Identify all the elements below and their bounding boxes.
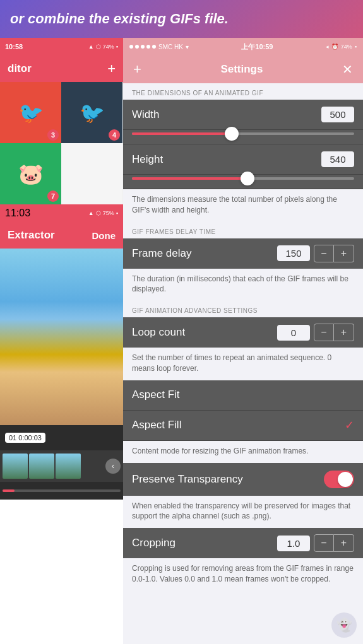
- battery-right: 74%: [341, 44, 352, 50]
- left-title: ditor: [8, 62, 32, 75]
- settings-content: THE DIMENSIONS OF AN ANIMATED GIF Width …: [123, 83, 363, 591]
- settings-header-plus[interactable]: +: [133, 61, 141, 78]
- loop-count-row: Loop count 0 − +: [123, 317, 363, 348]
- battery-icon-left: ▪: [116, 44, 118, 50]
- height-row: Height 540: [123, 144, 363, 175]
- preserve-transparency-toggle[interactable]: [324, 471, 354, 488]
- carrier-label: SMC HK: [158, 44, 183, 50]
- preserve-transparency-label: Preserve Transparency: [132, 473, 243, 486]
- cropping-controls: 1.0 − +: [277, 534, 354, 552]
- thumb-3[interactable]: [56, 454, 81, 479]
- aspect-desc: Content mode for resizing the GIF animat…: [123, 441, 363, 463]
- progress-track[interactable]: [3, 489, 121, 492]
- width-slider-thumb[interactable]: [225, 127, 239, 141]
- loop-count-value[interactable]: 0: [277, 325, 310, 341]
- cropping-stepper[interactable]: − +: [314, 534, 354, 552]
- dot-1: [129, 45, 133, 49]
- signal-icon-2: ▲: [88, 210, 94, 216]
- loop-count-plus-button[interactable]: +: [334, 324, 354, 341]
- left-header-2: Extractor Done: [0, 222, 123, 249]
- grid-item-3[interactable]: 🐷 7: [0, 143, 61, 204]
- progress-bar-area[interactable]: [0, 482, 123, 500]
- frame-delay-desc: The duration (in milliseconds) that each…: [123, 269, 363, 302]
- frame-delay-minus-button[interactable]: −: [314, 245, 334, 262]
- cropping-minus-button[interactable]: −: [314, 534, 334, 552]
- thumb-2[interactable]: [29, 454, 54, 479]
- height-slider-fill: [132, 177, 247, 180]
- bottom-strip: 01 0:00:03: [0, 425, 123, 450]
- aspect-fit-row[interactable]: Aspect Fit: [123, 380, 363, 411]
- grid-item-1[interactable]: 🐦 3: [0, 82, 61, 143]
- badge-2: 4: [109, 129, 120, 141]
- status-icons-left-2: ▲ ⬡ 75% ▪: [88, 210, 118, 216]
- grid-item-4[interactable]: [61, 143, 122, 204]
- height-slider-track[interactable]: [132, 177, 354, 180]
- frame-delay-controls: 150 − +: [277, 245, 354, 262]
- toggle-knob: [338, 472, 353, 487]
- status-bar-left: 10:58 ▲ ⬡ 74% ▪: [0, 38, 123, 56]
- loop-count-desc: Set the number of times to repeat an ani…: [123, 348, 363, 380]
- cropping-plus-button[interactable]: +: [334, 534, 354, 552]
- status-icons-left: ▲ ⬡ 74% ▪: [88, 44, 118, 50]
- aspect-fill-row[interactable]: Aspect Fill ✓: [123, 411, 363, 441]
- bluetooth-icon-2: ⬡: [96, 210, 101, 216]
- frame-delay-plus-button[interactable]: +: [334, 245, 354, 262]
- left-arrow-button[interactable]: ‹: [105, 459, 121, 474]
- timestamp-badge: 01 0:00:03: [5, 433, 45, 443]
- cropping-desc: Cropping is used for removing areas from…: [123, 558, 363, 591]
- extractor-title: Extractor: [8, 229, 55, 242]
- cropping-label: Cropping: [132, 537, 176, 549]
- progress-fill: [3, 489, 15, 492]
- image-grid: 🐦 3 🐦 4 🐷 7: [0, 82, 123, 204]
- top-banner: or combine the existing GIFs file.: [0, 0, 363, 38]
- frame-delay-stepper[interactable]: − +: [314, 245, 354, 262]
- battery-left: 74%: [103, 44, 114, 50]
- loop-count-controls: 0 − +: [277, 324, 354, 341]
- location-icon: ◂: [326, 44, 329, 50]
- battery-left-2: 75%: [103, 210, 114, 216]
- frame-delay-row: Frame delay 150 − +: [123, 238, 363, 269]
- loop-count-minus-button[interactable]: −: [314, 324, 334, 341]
- signal-icon: ▲: [88, 44, 94, 50]
- settings-close-button[interactable]: ✕: [342, 62, 353, 77]
- empty-image: [61, 143, 122, 204]
- preserve-transparency-desc: When enabled the transparency will be pr…: [123, 496, 363, 529]
- grid-item-2[interactable]: 🐦 4: [61, 82, 122, 143]
- settings-title: Settings: [220, 63, 263, 76]
- dimensions-section-label: THE DIMENSIONS OF AN ANIMATED GIF: [123, 83, 363, 100]
- frame-delay-label: Frame delay: [132, 247, 191, 260]
- loop-count-stepper[interactable]: − +: [314, 324, 354, 341]
- left-panel: 10:58 ▲ ⬡ 74% ▪ ditor + 🐦 3 🐦 4 🐷 7 11: [0, 38, 123, 644]
- width-slider-container[interactable]: [123, 130, 363, 144]
- width-value[interactable]: 500: [321, 107, 354, 122]
- beach-image: [0, 249, 123, 425]
- left-plus-button[interactable]: +: [107, 61, 116, 77]
- width-slider-track[interactable]: [132, 132, 354, 135]
- done-button[interactable]: Done: [92, 230, 116, 241]
- carrier-area: SMC HK ▾: [129, 44, 189, 50]
- settings-header: + Settings ✕: [123, 56, 363, 83]
- dot-4: [146, 45, 150, 49]
- height-value[interactable]: 540: [321, 151, 354, 167]
- cropping-value[interactable]: 1.0: [277, 536, 310, 551]
- status-bar-left-2: 11:03 ▲ ⬡ 75% ▪: [0, 204, 123, 222]
- width-label: Width: [132, 108, 159, 121]
- height-slider-thumb[interactable]: [241, 172, 254, 185]
- thumb-1[interactable]: [3, 454, 28, 479]
- aspect-fill-checkmark: ✓: [345, 418, 354, 432]
- badge-1: 3: [47, 129, 59, 141]
- cropping-row: Cropping 1.0 − +: [123, 528, 363, 558]
- time-left-2: 11:03: [5, 208, 30, 219]
- battery-icon-left-2: ▪: [116, 210, 118, 216]
- height-slider-container[interactable]: [123, 175, 363, 189]
- frame-delay-value[interactable]: 150: [277, 245, 310, 261]
- alarm-icon: ⏰: [331, 44, 338, 50]
- width-slider-fill: [132, 132, 232, 135]
- time-left: 10:58: [5, 43, 23, 50]
- left-header: ditor +: [0, 56, 123, 82]
- thumbnail-strip[interactable]: ‹: [0, 450, 123, 482]
- battery-icon-right: ▪: [355, 44, 357, 50]
- preserve-transparency-row: Preserve Transparency: [123, 463, 363, 496]
- advanced-section-label: GIF ANIMATION ADVANCED SETTINGS: [123, 301, 363, 317]
- height-label: Height: [132, 153, 163, 166]
